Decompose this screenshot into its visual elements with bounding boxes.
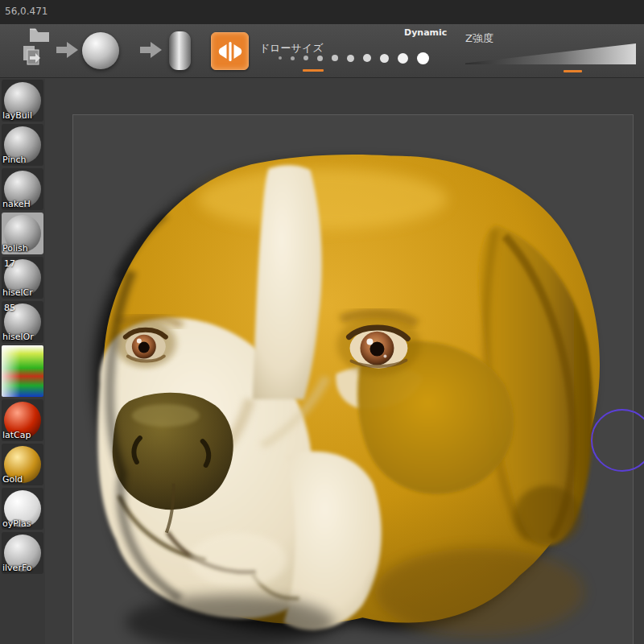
brush-badge: 17 bbox=[4, 258, 15, 269]
neck-shading bbox=[374, 548, 584, 637]
z-intensity-slider[interactable] bbox=[465, 43, 636, 64]
material-thumb-silverfoil[interactable]: ilverFo bbox=[2, 532, 43, 574]
dynamic-label: Dynamic bbox=[404, 27, 447, 38]
size-dot bbox=[317, 56, 323, 61]
mirror-symmetry-icon bbox=[218, 40, 242, 63]
shelf-arrow-icon bbox=[140, 41, 163, 59]
top-shelf-toolbar: ドローサイズ Dynamic Z強度 bbox=[0, 24, 644, 78]
sculpt-canvas[interactable] bbox=[45, 79, 644, 644]
z-intensity-label: Z強度 bbox=[465, 31, 493, 46]
material-label: oyPlas bbox=[2, 518, 31, 529]
zbrush-app: 56,0.471 ドローサイズ Dynamic bbox=[0, 0, 644, 644]
brush-thumb-chiselorganic[interactable]: 85 hiselOr bbox=[2, 301, 43, 343]
material-label: Gold bbox=[2, 474, 23, 485]
ear-tip-shadow bbox=[514, 485, 581, 547]
material-thumb-toyplastic[interactable]: oyPlas bbox=[2, 488, 43, 530]
color-picker[interactable] bbox=[2, 345, 43, 397]
z-intensity-slider-indicator bbox=[564, 70, 582, 72]
size-dot bbox=[303, 56, 308, 60]
brush-badge: 85 bbox=[4, 303, 15, 313]
active-brush-preview[interactable] bbox=[82, 32, 119, 69]
material-thumb-gold[interactable]: Gold bbox=[2, 444, 43, 485]
main-area: layBuil Pinch nakeH Polish 17 hiselCr 85 bbox=[0, 79, 644, 644]
left-eye bbox=[115, 320, 176, 368]
brush-material-sidebar: layBuil Pinch nakeH Polish 17 hiselCr 85 bbox=[0, 79, 45, 644]
titlebar: 56,0.471 bbox=[0, 0, 644, 24]
size-dot bbox=[347, 55, 354, 62]
brush-label: Polish bbox=[2, 243, 28, 254]
brush-thumb-claybuildup[interactable]: layBuil bbox=[2, 80, 43, 122]
size-dot bbox=[417, 52, 429, 64]
brush-label: nakeH bbox=[2, 199, 31, 209]
symmetry-toggle-button[interactable] bbox=[211, 32, 249, 70]
right-eye bbox=[337, 315, 421, 376]
jowl-highlight bbox=[190, 533, 287, 588]
brush-label: Pinch bbox=[2, 155, 26, 165]
skull-highlight bbox=[198, 169, 448, 230]
document-export-icon[interactable] bbox=[21, 44, 42, 65]
size-dot bbox=[363, 54, 371, 62]
brush-thumb-polish[interactable]: Polish bbox=[2, 213, 43, 254]
size-dot bbox=[279, 56, 282, 60]
size-dot bbox=[332, 55, 338, 61]
shelf-arrow-icon bbox=[56, 41, 79, 59]
size-dot bbox=[398, 53, 408, 64]
brush-thumb-pinch[interactable]: Pinch bbox=[2, 124, 43, 166]
brush-label: hiselCr bbox=[2, 287, 33, 298]
draw-size-slider-indicator bbox=[303, 69, 324, 72]
material-label: latCap bbox=[2, 430, 31, 440]
brush-thumb-chiselcreature[interactable]: 17 hiselCr bbox=[2, 257, 43, 299]
size-dot bbox=[291, 56, 295, 60]
material-label: ilverFo bbox=[2, 563, 32, 573]
size-dot bbox=[380, 54, 389, 63]
stroke-alpha-preview[interactable] bbox=[169, 31, 191, 70]
coordinate-readout: 56,0.471 bbox=[5, 6, 47, 17]
draw-size-slider[interactable] bbox=[279, 52, 429, 64]
sculpt-model-dog-head[interactable] bbox=[45, 79, 644, 644]
material-thumb-redwax[interactable]: latCap bbox=[2, 399, 43, 441]
brush-thumb-snakehook[interactable]: nakeH bbox=[2, 168, 43, 210]
folder-icon[interactable] bbox=[29, 27, 50, 43]
brush-label: hiselOr bbox=[2, 332, 34, 342]
brush-label: layBuil bbox=[2, 110, 32, 121]
